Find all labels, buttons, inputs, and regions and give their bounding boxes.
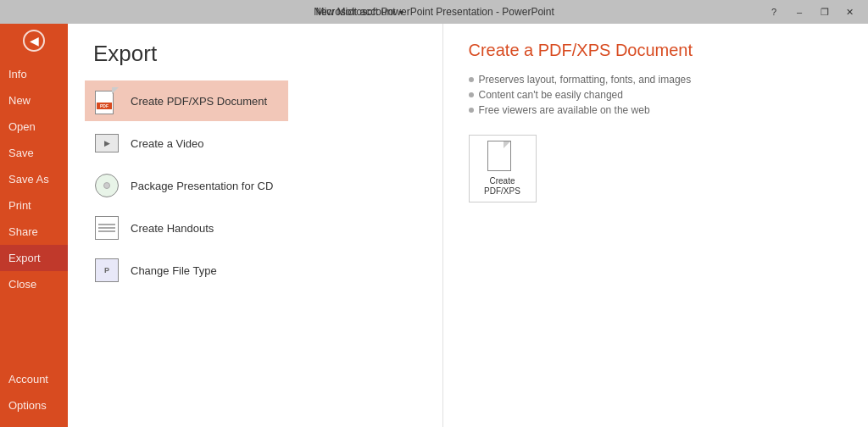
app-body: ◀ Info New Open Save Save As Print Share…: [0, 24, 868, 427]
detail-panel: Create a PDF/XPS Document Preserves layo…: [442, 24, 869, 427]
sidebar-bottom: Account Options: [0, 366, 68, 419]
export-option-handouts-label: Create Handouts: [131, 222, 214, 235]
detail-bullet-1: Preserves layout, formatting, fonts, and…: [469, 72, 843, 87]
detail-title: Create a PDF/XPS Document: [469, 41, 843, 60]
detail-bullets: Preserves layout, formatting, fonts, and…: [469, 72, 843, 118]
sidebar-item-share[interactable]: Share: [0, 219, 68, 245]
sidebar-item-export[interactable]: Export: [0, 245, 68, 271]
close-button[interactable]: ✕: [839, 4, 861, 19]
create-pdf-button[interactable]: Create PDF/XPS: [469, 135, 537, 202]
help-button[interactable]: ?: [763, 4, 785, 19]
export-options: PDF Create PDF/XPS Document ▶ Create a V…: [68, 80, 442, 291]
title-bar-text: New Microsoft PowerPoint Presentation - …: [314, 6, 554, 18]
bullet-dot-2: [469, 92, 474, 97]
export-option-video[interactable]: ▶ Create a Video: [85, 123, 288, 164]
window-controls: ? – ❐ ✕: [763, 4, 861, 19]
cd-icon: [93, 172, 120, 199]
handouts-icon: [93, 214, 120, 241]
detail-bullet-2: Content can't be easily changed: [469, 87, 843, 103]
export-panel: Export PDF Create PDF/XPS Document: [68, 24, 442, 427]
back-button[interactable]: ◀: [0, 24, 68, 58]
bullet-dot-1: [469, 77, 474, 82]
bullet-dot-3: [469, 108, 474, 113]
sidebar-item-close[interactable]: Close: [0, 271, 68, 297]
video-icon: ▶: [93, 130, 120, 157]
export-option-pdf-label: Create PDF/XPS Document: [131, 95, 267, 108]
export-title: Export: [93, 41, 417, 67]
create-pdf-button-label: Create PDF/XPS: [484, 176, 520, 197]
detail-bullet-3: Free viewers are available on the web: [469, 103, 843, 118]
sidebar-item-save[interactable]: Save: [0, 140, 68, 166]
sidebar-item-new[interactable]: New: [0, 87, 68, 114]
pdf-icon: PDF: [93, 87, 120, 114]
export-option-pdf[interactable]: PDF Create PDF/XPS Document: [85, 80, 288, 121]
sidebar-nav: Info New Open Save Save As Print Share E…: [0, 61, 68, 297]
sidebar-item-options[interactable]: Options: [0, 392, 68, 419]
sidebar-item-print[interactable]: Print: [0, 192, 68, 219]
sidebar-item-open[interactable]: Open: [0, 114, 68, 140]
restore-button[interactable]: ❐: [814, 4, 836, 19]
create-pdf-button-icon: [487, 141, 518, 171]
export-option-handouts[interactable]: Create Handouts: [85, 208, 288, 248]
sidebar-item-info[interactable]: Info: [0, 61, 68, 87]
filetype-icon: P: [93, 257, 120, 284]
sidebar-item-account[interactable]: Account: [0, 366, 68, 392]
export-option-filetype[interactable]: P Change File Type: [85, 250, 288, 291]
sidebar-item-saveas[interactable]: Save As: [0, 166, 68, 192]
back-icon: ◀: [23, 30, 45, 52]
export-option-filetype-label: Change File Type: [131, 264, 217, 277]
minimize-button[interactable]: –: [788, 4, 810, 19]
main-content: Export PDF Create PDF/XPS Document: [68, 24, 868, 427]
title-bar: New Microsoft PowerPoint Presentation - …: [0, 0, 868, 24]
export-option-cd[interactable]: Package Presentation for CD: [85, 165, 288, 206]
export-header: Export: [68, 24, 442, 80]
export-option-cd-label: Package Presentation for CD: [131, 180, 273, 192]
sidebar: ◀ Info New Open Save Save As Print Share…: [0, 24, 68, 427]
export-option-video-label: Create a Video: [131, 137, 204, 150]
